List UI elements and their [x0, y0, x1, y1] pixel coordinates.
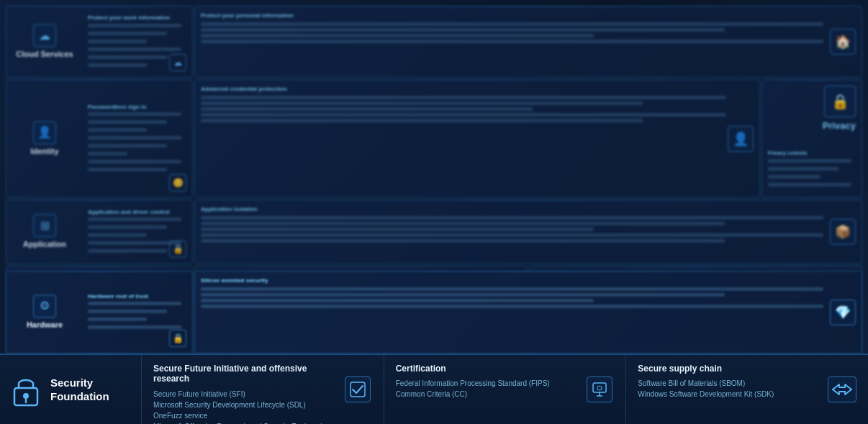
- cloud-panel2-title: Protect your personal information: [201, 12, 856, 19]
- double-arrows-icon: [828, 376, 856, 402]
- cloud-label: Cloud Services: [16, 50, 73, 59]
- hw-panel1-title: Hardware root of trust: [88, 293, 186, 300]
- supply-chain-item-2: Windows Software Development Kit (SDK): [638, 389, 819, 400]
- application-icon: ⊞: [33, 214, 56, 237]
- lock-icon: [12, 372, 40, 407]
- identity-panel2-title: Advanced credential protection: [201, 86, 754, 93]
- sfi-checkmark-icon: [345, 376, 371, 402]
- sfi-item-2: Microsoft Security Development Lifecycle…: [153, 400, 335, 410]
- sfi-section: Secure Future Initiative and offensive r…: [142, 355, 384, 424]
- privacy-label: Privacy: [823, 120, 856, 131]
- privacy-controls-title: Privacy controls: [768, 150, 856, 155]
- sfi-item-1: Secure Future Initiative (SFI): [153, 389, 335, 400]
- cloud-panel2: Protect your personal information 🏠: [194, 6, 862, 78]
- sfi-icon-area: [343, 376, 372, 402]
- certification-title: Certification: [396, 364, 577, 374]
- cloud-label-panel: ☁ Cloud Services Protect your work infor…: [6, 6, 193, 78]
- application-panel2: Application isolation 📦: [194, 199, 862, 264]
- monitor-shield-icon: [587, 376, 612, 402]
- application-label-panel: ⊞ Application Application and driver con…: [6, 199, 193, 264]
- supply-chain-text-area: Secure supply chain Software Bill of Mat…: [638, 364, 819, 400]
- application-label: Application: [23, 240, 66, 249]
- security-title-line1: Security: [50, 376, 109, 390]
- identity-label-panel: 👤 Identity Passwordless sign in 😊: [6, 79, 193, 198]
- identity-icon: 👤: [33, 121, 56, 144]
- identity-panel2-icon: 👤: [728, 126, 754, 152]
- hw-panel2-title: Silicon assisted security: [201, 277, 856, 284]
- main-background: ☁ Cloud Services Protect your work infor…: [0, 0, 868, 353]
- hw-panel1-icon: 🔒: [169, 330, 186, 347]
- certification-text-area: Certification Federal Information Proces…: [396, 364, 577, 400]
- supply-chain-section: Secure supply chain Software Bill of Mat…: [626, 355, 868, 424]
- hardware-panel2: Silicon assisted security 💎: [194, 271, 862, 353]
- svg-rect-4: [593, 383, 606, 392]
- cloud-row: ☁ Cloud Services Protect your work infor…: [6, 6, 862, 78]
- identity-panel1-title: Passwordless sign in: [88, 104, 186, 111]
- security-title-line2: Foundation: [50, 389, 109, 404]
- identity-row: 👤 Identity Passwordless sign in 😊: [6, 79, 862, 198]
- hardware-label: Hardware: [27, 320, 63, 330]
- identity-panel2: Advanced credential protection 👤: [194, 79, 760, 198]
- cert-item-2: Common Criteria (CC): [396, 389, 577, 400]
- app-panel1-icon: 🔒: [169, 240, 186, 258]
- sfi-item-3: OneFuzz service: [153, 410, 335, 421]
- sfi-title: Secure Future Initiative and offensive r…: [153, 364, 335, 384]
- app-panel2-icon: 📦: [830, 219, 856, 245]
- supply-chain-icon-area: [828, 376, 856, 402]
- privacy-panel: 🔒 Privacy Privacy controls: [761, 79, 862, 198]
- cloud-panel1-icon: ☁: [169, 54, 186, 71]
- security-foundation-section: Security Foundation: [0, 355, 142, 424]
- security-bar: Security Foundation Secure Future Initia…: [0, 353, 868, 424]
- privacy-icon: 🔒: [824, 86, 856, 117]
- identity-panel1-icon: 😊: [169, 174, 186, 191]
- certification-section: Certification Federal Information Proces…: [384, 355, 627, 424]
- certification-icon-area: [585, 376, 614, 402]
- application-row: ⊞ Application Application and driver con…: [6, 199, 862, 264]
- sfi-text-area: Secure Future Initiative and offensive r…: [153, 364, 335, 424]
- supply-chain-item-1: Software Bill of Materials (SBOM): [638, 378, 819, 389]
- hardware-label-panel: ⚙ Hardware Hardware root of trust 🔒: [6, 271, 193, 353]
- cert-item-1: Federal Information Processing Standard …: [396, 378, 577, 389]
- app-panel2-title: Application isolation: [201, 206, 856, 213]
- hardware-area: ⚙ Hardware Hardware root of trust 🔒 Sili…: [6, 271, 862, 353]
- app-panel1-title: Application and driver control: [88, 209, 186, 216]
- hw-panel2-icon: 💎: [830, 299, 856, 325]
- cloud-panel2-icon: 🏠: [830, 29, 856, 55]
- cloud-icon: ☁: [33, 24, 56, 47]
- sfi-item-4: Microsoft Offensive Research and Securit…: [153, 421, 335, 424]
- cloud-panel1-title: Protect your work information: [88, 14, 186, 22]
- identity-label: Identity: [30, 147, 58, 156]
- hardware-icon: ⚙: [33, 294, 56, 317]
- supply-chain-title: Secure supply chain: [638, 364, 819, 374]
